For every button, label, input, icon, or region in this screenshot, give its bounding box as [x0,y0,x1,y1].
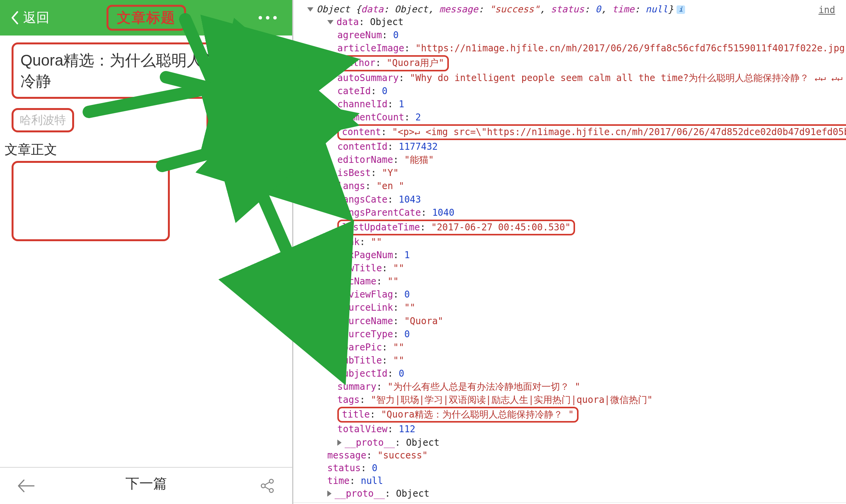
field-row-lastUpdateTime: lastUpdateTime: "2017-06-27 00:45:00.530… [307,220,846,235]
console-prompt[interactable]: > [293,502,846,504]
share-icon [260,478,275,494]
phone-footer: 下一篇 [0,467,292,504]
author-field[interactable]: 哈利波特 [12,108,74,132]
back-button[interactable]: 返回 [11,9,49,27]
field-row-tags: tags: "智力|职场|学习|双语阅读|励志人生|实用热门|quora|微信热… [307,394,846,406]
field-row-isBest: isBest: "Y" [307,167,846,179]
field-row-reviewFlag: reviewFlag: 0 [307,288,846,301]
field-row-author: author: "Quora用户" [307,55,846,71]
proto-row[interactable]: __proto__: Object [307,436,846,449]
field-row-subjectId: subjectId: 0 [307,367,846,380]
phone-header: 返回 文章标题 [0,0,292,36]
arrow-down-icon [307,7,313,12]
share-button[interactable] [260,478,275,494]
field-row-commentCount: commentCount: 2 [307,111,846,124]
back-arrow-button[interactable] [17,479,35,493]
field-row-cateId: cateId: 0 [307,85,846,98]
page-title: 文章标题 [107,5,186,31]
field-row-sourceName: sourceName: "Quora" [307,315,846,328]
field-row-title: title: "Quora精选：为什么聪明人总能保持冷静？ " [307,407,846,423]
field-row-picName: picName: "" [307,275,846,288]
field-row-autoSummary: autoSummary: "Why do intelligent people … [307,72,846,85]
svg-point-2 [269,489,273,492]
message-row: message: "success" [307,449,846,462]
console-tree[interactable]: Object {data: Object, message: "success"… [293,3,846,500]
field-row-link: link: "" [307,236,846,249]
date-field[interactable]: 2017/06/27 [206,108,281,132]
field-row-langsParentCate: langsParentCate: 1040 [307,206,846,219]
field-row-channelId: channelId: 1 [307,98,846,111]
field-row-maxPageNum: maxPageNum: 1 [307,249,846,262]
status-row: status: 0 [307,462,846,475]
devtools-console-pane: ind Object {data: Object, message: "succ… [293,0,846,504]
chevron-left-icon [11,11,19,24]
field-row-summary: summary: "为什么有些人总是有办法冷静地面对一切？ " [307,381,846,393]
field-row-sparePic: sparePic: "" [307,341,846,354]
field-row-agreeNum: agreeNum: 0 [307,29,846,42]
source-link[interactable]: ind [819,4,835,17]
next-article-button[interactable]: 下一篇 [125,474,167,493]
info-icon[interactable]: i [677,5,685,14]
phone-preview-pane: 返回 文章标题 Quora精选：为什么聪明人总能保持冷静 哈利波特 2017/0… [0,0,293,504]
field-row-langs: langs: "en " [307,180,846,193]
svg-line-3 [265,482,270,485]
time-row: time: null [307,475,846,487]
arrow-left-icon [17,479,35,493]
arrow-down-icon [327,20,333,24]
more-menu-button[interactable] [259,16,277,20]
dot-icon [266,16,269,20]
svg-point-0 [269,479,273,483]
back-label: 返回 [23,9,49,27]
field-row-sourceLink: sourceLink: "" [307,301,846,314]
arrow-right-icon [327,490,332,497]
field-row-newTitle: newTitle: "" [307,262,846,275]
phone-body: Quora精选：为什么聪明人总能保持冷静 哈利波特 2017/06/27 文章正… [0,36,292,467]
proto-row[interactable]: __proto__: Object [307,487,846,500]
field-row-contentId: contentId: 1177432 [307,140,846,153]
article-body-field[interactable] [12,161,170,241]
dot-icon [273,16,277,20]
field-row-subTitle: subTitle: "" [307,354,846,367]
arrow-right-icon [337,440,342,446]
root-summary: Object {data: Object, message: "success"… [316,3,673,16]
field-row-editorName: editorName: "能猫" [307,154,846,166]
article-title-field[interactable]: Quora精选：为什么聪明人总能保持冷静 [12,42,281,99]
field-row-totalView: totalView: 112 [307,423,846,436]
field-row-articleImage: articleImage: "https://n1image.hjfile.cn… [307,42,846,55]
data-object-row[interactable]: data: Object [307,16,846,29]
field-row-content: content: "<p>↵ <img src=\"https://n1imag… [307,124,846,140]
field-row-sourceType: sourceType: 0 [307,328,846,341]
svg-line-4 [265,487,270,490]
dot-icon [259,16,262,20]
field-row-langsCate: langsCate: 1043 [307,193,846,206]
root-object-row[interactable]: Object {data: Object, message: "success"… [307,3,846,16]
body-label: 文章正文 [5,141,281,159]
